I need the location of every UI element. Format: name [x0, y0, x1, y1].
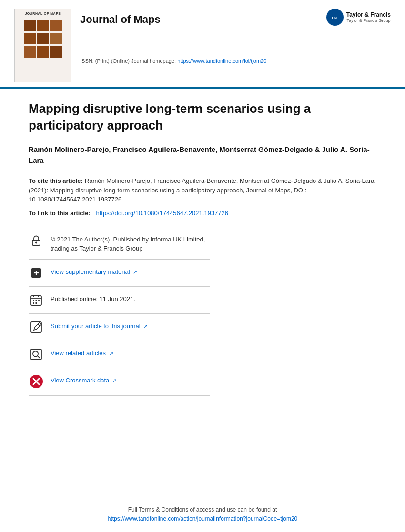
related-articles-link[interactable]: View related articles ↗: [51, 350, 113, 357]
tf-brand-name: Taylor & Francis: [346, 11, 391, 18]
journal-issn: ISSN: (Print) (Online) Journal homepage:…: [80, 58, 266, 64]
main-content: Mapping disruptive long-term scenarios u…: [0, 89, 405, 410]
link-label: To link to this article:: [29, 210, 91, 217]
lock-icon: [29, 233, 44, 248]
cover-cell: [50, 33, 62, 45]
published-item: Published online: 11 Jun 2021.: [29, 287, 210, 314]
footer-line1: Full Terms & Conditions of access and us…: [0, 505, 405, 514]
submit-text[interactable]: Submit your article to this journal ↗: [51, 320, 148, 331]
journal-title: Journal of Maps: [80, 13, 266, 26]
svg-rect-14: [33, 302, 34, 304]
open-access-item: © 2021 The Author(s). Published by Infor…: [29, 227, 210, 260]
external-link-icon: ↗: [143, 322, 148, 331]
cover-cell: [50, 20, 62, 31]
submit-item: Submit your article to this journal ↗: [29, 314, 210, 341]
related-articles-text[interactable]: View related articles ↗: [51, 347, 113, 358]
tf-logo-text-block: Taylor & Francis Taylor & Francis Group: [346, 11, 391, 23]
svg-rect-13: [38, 300, 40, 301]
cover-cell: [50, 46, 62, 58]
crossmark-icon: [29, 374, 44, 389]
cite-label: To cite this article:: [29, 177, 83, 184]
crossmark-text[interactable]: View Crossmark data ↗: [51, 374, 117, 385]
journal-info: JOURNAL OF MAPS Journal of Map: [14, 9, 266, 82]
article-title: Mapping disruptive long-term scenarios u…: [29, 100, 376, 134]
supplementary-text[interactable]: View supplementary material ↗: [51, 265, 137, 277]
tf-logo-circle: T&F: [326, 9, 344, 26]
supplementary-item: View supplementary material ↗: [29, 260, 210, 287]
cover-cell: [37, 46, 49, 58]
page-wrapper: JOURNAL OF MAPS Journal of Map: [0, 0, 405, 532]
cover-cell: [24, 33, 36, 45]
issn-text: ISSN: (Print) (Online) Journal homepage:: [80, 58, 176, 64]
crossmark-link[interactable]: View Crossmark data ↗: [51, 377, 117, 384]
related-articles-item: View related articles ↗: [29, 341, 210, 368]
cover-grid: [24, 20, 62, 58]
info-items: © 2021 The Author(s). Published by Infor…: [29, 227, 210, 396]
svg-rect-11: [33, 300, 34, 301]
journal-text-block: Journal of Maps ISSN: (Print) (Online) J…: [80, 9, 266, 64]
external-link-icon: ↗: [133, 268, 137, 276]
cover-cell: [37, 20, 49, 31]
journal-cover: JOURNAL OF MAPS: [14, 9, 71, 82]
published-text: Published online: 11 Jun 2021.: [51, 292, 135, 304]
footer-line2: https://www.tandfonline.com/action/journ…: [0, 514, 405, 523]
svg-rect-12: [36, 300, 37, 301]
cover-title-text: JOURNAL OF MAPS: [25, 12, 61, 15]
tf-logo-wrapper: T&F Taylor & Francis Taylor & Francis Gr…: [326, 9, 391, 26]
bottom-divider: [29, 395, 210, 396]
svg-line-17: [38, 324, 40, 326]
cite-section: To cite this article: Ramón Molinero-Par…: [29, 176, 376, 204]
add-icon: [29, 265, 44, 281]
cite-doi-link[interactable]: 10.1080/17445647.2021.1937726: [29, 196, 122, 203]
issn-url[interactable]: https://www.tandfonline.com/loi/tjom20: [177, 58, 266, 64]
article-authors: Ramón Molinero-Parejo, Francisco Aguiler…: [29, 144, 376, 166]
tf-brand-sub: Taylor & Francis Group: [346, 18, 391, 23]
svg-text:T&F: T&F: [331, 16, 339, 20]
footer-url[interactable]: https://www.tandfonline.com/action/journ…: [108, 515, 298, 522]
supplementary-link[interactable]: View supplementary material ↗: [51, 268, 137, 275]
link-section: To link to this article: https://doi.org…: [29, 209, 376, 217]
cover-cell: [24, 20, 36, 31]
external-link-icon: ↗: [112, 377, 117, 385]
svg-point-3: [35, 241, 37, 243]
search-articles-icon: [29, 347, 44, 362]
external-link-icon: ↗: [109, 350, 113, 358]
edit-icon: [29, 320, 44, 335]
calendar-icon: [29, 292, 44, 308]
svg-line-20: [38, 356, 40, 358]
cover-cell: [24, 46, 36, 58]
svg-rect-16: [31, 322, 41, 332]
crossmark-item: View Crossmark data ↗: [29, 368, 210, 395]
cover-cell: [37, 33, 49, 45]
article-doi-link[interactable]: https://doi.org/10.1080/17445647.2021.19…: [96, 210, 228, 217]
open-access-text: © 2021 The Author(s). Published by Infor…: [51, 233, 210, 253]
header: JOURNAL OF MAPS Journal of Map: [0, 0, 405, 89]
footer: Full Terms & Conditions of access and us…: [0, 497, 405, 532]
submit-link[interactable]: Submit your article to this journal ↗: [51, 322, 148, 330]
svg-rect-15: [36, 302, 37, 304]
